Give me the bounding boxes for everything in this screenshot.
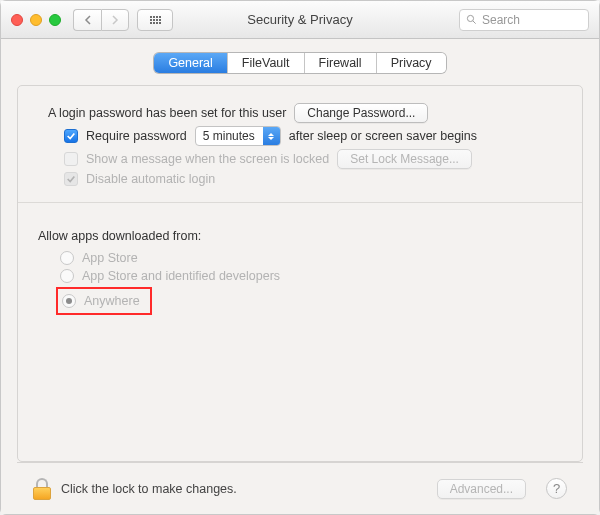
footer: Click the lock to make changes. Advanced… bbox=[17, 462, 583, 514]
tab-bar: General FileVault Firewall Privacy bbox=[17, 53, 583, 73]
disable-auto-login-checkbox bbox=[64, 172, 78, 186]
lock-button[interactable] bbox=[33, 478, 51, 500]
login-status-text: A login password has been set for this u… bbox=[48, 106, 286, 120]
check-icon bbox=[66, 174, 76, 184]
advanced-button: Advanced... bbox=[437, 479, 526, 499]
body: General FileVault Firewall Privacy A log… bbox=[1, 39, 599, 514]
radio-app-store bbox=[60, 251, 74, 265]
close-icon[interactable] bbox=[11, 14, 23, 26]
require-password-label: Require password bbox=[86, 129, 187, 143]
window-controls bbox=[11, 14, 61, 26]
chevron-right-icon bbox=[111, 15, 119, 25]
lock-body-icon bbox=[33, 487, 51, 500]
minimize-icon[interactable] bbox=[30, 14, 42, 26]
nav-buttons bbox=[73, 9, 129, 31]
svg-line-1 bbox=[473, 21, 476, 24]
after-sleep-text: after sleep or screen saver begins bbox=[289, 129, 477, 143]
search-placeholder: Search bbox=[482, 13, 520, 27]
show-message-checkbox bbox=[64, 152, 78, 166]
general-panel: A login password has been set for this u… bbox=[17, 85, 583, 462]
radio-anywhere-label: Anywhere bbox=[84, 294, 140, 308]
zoom-icon[interactable] bbox=[49, 14, 61, 26]
check-icon bbox=[66, 131, 76, 141]
show-all-button[interactable] bbox=[137, 9, 173, 31]
change-password-button[interactable]: Change Password... bbox=[294, 103, 428, 123]
tab-firewall[interactable]: Firewall bbox=[305, 53, 377, 73]
stepper-icon bbox=[263, 127, 280, 145]
divider bbox=[18, 202, 582, 203]
search-icon bbox=[466, 14, 477, 25]
grid-icon bbox=[150, 16, 161, 24]
radio-app-store-label: App Store bbox=[82, 251, 138, 265]
search-input[interactable]: Search bbox=[459, 9, 589, 31]
disable-auto-login-label: Disable automatic login bbox=[86, 172, 215, 186]
lock-text: Click the lock to make changes. bbox=[61, 482, 237, 496]
back-button[interactable] bbox=[73, 9, 101, 31]
chevron-left-icon bbox=[84, 15, 92, 25]
help-button[interactable]: ? bbox=[546, 478, 567, 499]
password-delay-value: 5 minutes bbox=[203, 129, 255, 143]
set-lock-message-button: Set Lock Message... bbox=[337, 149, 472, 169]
radio-anywhere bbox=[62, 294, 76, 308]
show-message-label: Show a message when the screen is locked bbox=[86, 152, 329, 166]
password-delay-select[interactable]: 5 minutes bbox=[195, 126, 281, 146]
preferences-window: Security & Privacy Search General FileVa… bbox=[0, 0, 600, 515]
radio-identified-devs-label: App Store and identified developers bbox=[82, 269, 280, 283]
forward-button[interactable] bbox=[101, 9, 129, 31]
tab-privacy[interactable]: Privacy bbox=[377, 53, 446, 73]
tab-filevault[interactable]: FileVault bbox=[228, 53, 305, 73]
highlight-box: Anywhere bbox=[56, 287, 152, 315]
titlebar: Security & Privacy Search bbox=[1, 1, 599, 39]
svg-point-0 bbox=[467, 15, 473, 21]
tab-general[interactable]: General bbox=[154, 53, 227, 73]
radio-identified-devs bbox=[60, 269, 74, 283]
require-password-checkbox[interactable] bbox=[64, 129, 78, 143]
allow-apps-title: Allow apps downloaded from: bbox=[38, 229, 562, 243]
